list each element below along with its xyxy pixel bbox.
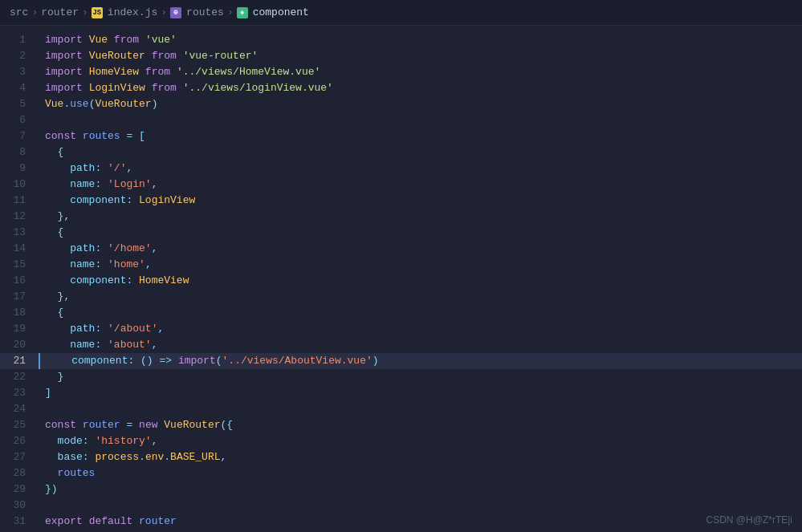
breadcrumb-component[interactable]: component (253, 6, 309, 18)
line-numbers: 1 2 3 4 5 6 7 8 9 10 11 12 13 14 15 16 1… (0, 26, 39, 532)
ln-14: 14 (0, 241, 39, 257)
code-line-18: { (39, 305, 802, 321)
code-line-5: Vue.use(VueRouter) (39, 96, 802, 112)
ln-24: 24 (0, 401, 39, 417)
ln-27: 27 (0, 449, 39, 465)
ln-16: 16 (0, 273, 39, 289)
code-line-27: base: process.env.BASE_URL, (39, 449, 802, 465)
code-line-11: component: LoginView (39, 193, 802, 209)
code-line-21: component: () => import('../views/AboutV… (39, 353, 802, 369)
code-line-1: import Vue from 'vue' (39, 32, 802, 48)
ln-2: 2 (0, 48, 39, 64)
ln-5: 5 (0, 96, 39, 112)
ln-11: 11 (0, 193, 39, 209)
breadcrumb: src › router › JS index.js › ⊕ routes › … (10, 6, 309, 18)
ln-3: 3 (0, 64, 39, 80)
component-icon: ◈ (237, 7, 248, 18)
code-line-6 (39, 112, 802, 128)
ln-1: 1 (0, 32, 39, 48)
code-line-30 (39, 497, 802, 514)
ln-10: 10 (0, 177, 39, 193)
code-area[interactable]: import Vue from 'vue' import VueRouter f… (39, 26, 802, 532)
code-line-12: }, (39, 209, 802, 225)
routes-icon: ⊕ (170, 7, 181, 18)
titlebar: src › router › JS index.js › ⊕ routes › … (0, 0, 802, 26)
ln-22: 22 (0, 369, 39, 385)
code-line-19: path: '/about', (39, 321, 802, 337)
ln-4: 4 (0, 80, 39, 96)
ln-23: 23 (0, 385, 39, 401)
breadcrumb-router[interactable]: router (41, 6, 79, 18)
code-line-31: export default router (39, 514, 802, 530)
code-line-13: { (39, 225, 802, 241)
breadcrumb-src[interactable]: src (10, 6, 28, 18)
code-line-24 (39, 401, 802, 417)
code-line-14: path: '/home', (39, 241, 802, 257)
code-line-20: name: 'about', (39, 337, 802, 353)
code-line-17: }, (39, 289, 802, 305)
ln-9: 9 (0, 160, 39, 177)
code-line-25: const router = new VueRouter({ (39, 417, 802, 433)
ln-15: 15 (0, 257, 39, 273)
code-line-15: name: 'home', (39, 257, 802, 273)
code-line-10: name: 'Login', (39, 177, 802, 193)
editor: 1 2 3 4 5 6 7 8 9 10 11 12 13 14 15 16 1… (0, 26, 802, 532)
code-line-29: }) (39, 481, 802, 497)
ln-7: 7 (0, 128, 39, 144)
code-line-4: import LoginView from '../views/loginVie… (39, 80, 802, 96)
code-line-26: mode: 'history', (39, 433, 802, 449)
ln-21: 21 (0, 353, 39, 369)
ln-18: 18 (0, 305, 39, 321)
ln-17: 17 (0, 289, 39, 305)
ln-28: 28 (0, 465, 39, 481)
watermark: CSDN @H@Z*rTE|i (706, 514, 792, 526)
ln-29: 29 (0, 481, 39, 497)
code-line-2: import VueRouter from 'vue-router' (39, 48, 802, 64)
ln-31: 31 (0, 514, 39, 530)
ln-8: 8 (0, 144, 39, 160)
code-line-3: import HomeView from '../views/HomeView.… (39, 64, 802, 80)
ln-13: 13 (0, 225, 39, 241)
ln-19: 19 (0, 321, 39, 337)
code-line-9: path: '/', (39, 160, 802, 177)
ln-25: 25 (0, 417, 39, 433)
code-line-28: routes (39, 465, 802, 481)
js-icon: JS (92, 7, 103, 18)
breadcrumb-routes[interactable]: routes (186, 6, 224, 18)
code-line-23: ] (39, 385, 802, 401)
ln-30: 30 (0, 497, 39, 514)
ln-20: 20 (0, 337, 39, 353)
ln-26: 26 (0, 433, 39, 449)
ln-6: 6 (0, 112, 39, 128)
breadcrumb-indexjs[interactable]: index.js (108, 6, 157, 18)
code-line-7: const routes = [ (39, 128, 802, 144)
code-line-16: component: HomeView (39, 273, 802, 289)
code-line-22: } (39, 369, 802, 385)
ln-12: 12 (0, 209, 39, 225)
code-line-8: { (39, 144, 802, 160)
